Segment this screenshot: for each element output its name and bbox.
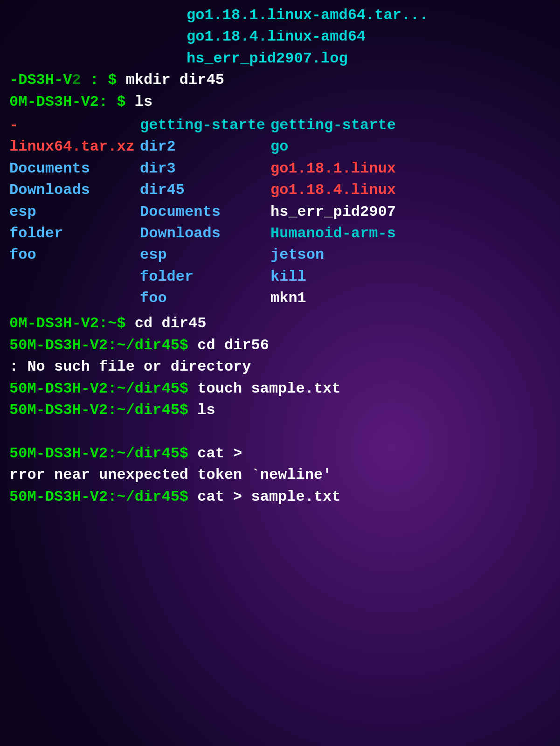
terminal-line: go1.18.4.linux-amd64 <box>0 26 560 48</box>
file-entry: Documents <box>140 201 270 223</box>
empty-line <box>0 421 560 442</box>
file-entry: hs_err_pid2907.log <box>187 48 348 69</box>
command-text: cat > sample.txt <box>197 486 340 508</box>
terminal-content: go1.18.1.linux-amd64.tar... go1.18.4.lin… <box>0 0 560 746</box>
prompt: 50M-DS3H-V2:~/dir45$ <box>9 400 197 421</box>
file-entry: jetson <box>270 244 504 266</box>
prompt: 50M-DS3H-V2:~/dir45$ <box>9 335 197 356</box>
file-entry: mkn1 <box>270 288 504 309</box>
file-entry: hs_err_pid2907 <box>270 201 504 223</box>
file-entry: go <box>270 136 504 158</box>
file-entry: go1.18.1.linux <box>270 158 504 180</box>
file-entry: dir45 <box>140 180 270 201</box>
file-entry: getting-starte <box>140 115 270 136</box>
command-line-cd-dir45: 0M-DS3H-V2:~$ cd dir45 <box>0 313 560 334</box>
command-line-mkdir: -DS3H-V2 : $ mkdir dir45 <box>0 69 560 91</box>
file-entry: go1.18.4.linux-amd64 <box>187 26 366 48</box>
command-text: mkdir dir45 <box>126 69 224 91</box>
syntax-error-line: rror near unexpected token `newline' <box>0 464 560 486</box>
file-entry: dir2 <box>140 136 270 158</box>
command-line-cat1: 50M-DS3H-V2:~/dir45$ cat > <box>0 443 560 464</box>
command-line-ls: 0M-DS3H-V2: $ ls <box>0 91 560 113</box>
command-line-cd-dir56: 50M-DS3H-V2:~/dir45$ cd dir56 <box>0 335 560 356</box>
ls-col-right: getting-starte go go1.18.1.linux go1.18.… <box>270 115 504 310</box>
prompt: -DS3H-V2 : $ <box>9 69 126 91</box>
file-entry: esp <box>140 244 270 266</box>
terminal-line: hs_err_pid2907.log <box>0 48 560 69</box>
command-text: cd dir56 <box>197 335 269 356</box>
file-entry: foo <box>9 244 140 266</box>
terminal-line: go1.18.1.linux-amd64.tar... <box>0 5 560 26</box>
file-entry: -linux64.tar.xz <box>9 115 140 158</box>
command-line-cat2: 50M-DS3H-V2:~/dir45$ cat > sample.txt <box>0 486 560 508</box>
error-line: : No such file or directory <box>0 356 560 378</box>
command-line-touch: 50M-DS3H-V2:~/dir45$ touch sample.txt <box>0 378 560 400</box>
prompt: 50M-DS3H-V2:~/dir45$ <box>9 443 197 464</box>
command-text: cat > <box>197 443 242 464</box>
error-text: rror near unexpected token `newline' <box>9 464 332 486</box>
command-text: cd dir45 <box>135 313 207 334</box>
file-entry: Downloads <box>9 180 140 201</box>
command-text: ls <box>135 91 152 113</box>
file-entry: Humanoid-arm-s <box>270 223 504 244</box>
file-entry: go1.18.1.linux-amd64.tar... <box>187 5 428 26</box>
file-entry: Documents <box>9 158 140 180</box>
file-entry: foo <box>140 288 270 309</box>
file-entry: folder <box>140 266 270 288</box>
file-entry: go1.18.4.linux <box>270 180 504 201</box>
prompt: 0M-DS3H-V2: $ <box>9 91 135 113</box>
error-text: : No such file or directory <box>9 356 251 378</box>
file-entry: esp <box>9 201 140 223</box>
file-entry: Downloads <box>140 223 270 244</box>
ls-output: -linux64.tar.xz Documents Downloads esp … <box>0 115 560 310</box>
file-entry: getting-starte <box>270 115 504 136</box>
file-entry: dir3 <box>140 158 270 180</box>
ls-col-left: -linux64.tar.xz Documents Downloads esp … <box>9 115 140 310</box>
ls-col-mid: getting-starte dir2 dir3 dir45 Documents… <box>140 115 270 310</box>
prompt: 50M-DS3H-V2:~/dir45$ <box>9 378 197 400</box>
prompt: 0M-DS3H-V2:~$ <box>9 313 135 334</box>
command-line-ls2: 50M-DS3H-V2:~/dir45$ ls <box>0 400 560 421</box>
command-text: touch sample.txt <box>197 378 340 400</box>
file-entry: kill <box>270 266 504 288</box>
file-entry: folder <box>9 223 140 244</box>
prompt: 50M-DS3H-V2:~/dir45$ <box>9 486 197 508</box>
command-text: ls <box>197 400 215 421</box>
